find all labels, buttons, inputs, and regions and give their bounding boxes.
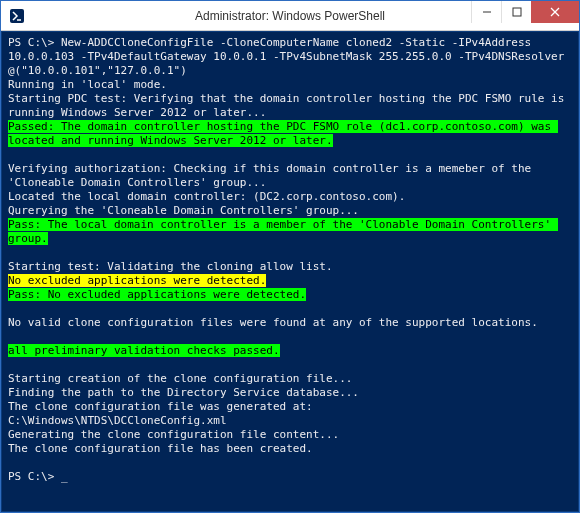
close-button[interactable] — [531, 1, 579, 23]
warn-highlight: No excluded applications were detected. — [8, 274, 266, 287]
close-icon — [550, 7, 560, 17]
svg-rect-3 — [513, 8, 521, 16]
minimize-icon — [482, 7, 492, 17]
maximize-button[interactable] — [501, 1, 531, 23]
pass-highlight: Pass: No excluded applications were dete… — [8, 288, 306, 301]
output-line: The clone configuration file was generat… — [8, 400, 572, 414]
console-area[interactable]: PS C:\> New-ADDCCloneConfigFile -CloneCo… — [1, 31, 579, 512]
titlebar[interactable]: Administrator: Windows PowerShell — [1, 1, 579, 31]
cmdlet: New-ADDCCloneConfigFile — [61, 36, 213, 49]
output-line: Verifying authorization: Checking if thi… — [8, 162, 572, 190]
output-path: C:\Windows\NTDS\DCCloneConfig.xml — [8, 414, 572, 428]
output-line: Qurerying the 'Cloneable Domain Controll… — [8, 204, 572, 218]
pass-highlight: Pass: The local domain controller is a m… — [8, 218, 558, 245]
prompt: PS C:\> — [8, 36, 54, 49]
powershell-icon — [9, 8, 25, 24]
window-title: Administrator: Windows PowerShell — [195, 9, 385, 23]
powershell-window: Administrator: Windows PowerShell PS C:\… — [0, 0, 580, 513]
output-line: Located the local domain controller: (DC… — [8, 190, 572, 204]
output-line: The clone configuration file has been cr… — [8, 442, 572, 456]
output-line: No valid clone configuration files were … — [8, 316, 572, 330]
output-line: Starting PDC test: Verifying that the do… — [8, 92, 572, 120]
maximize-icon — [512, 7, 522, 17]
pass-highlight: Passed: The domain controller hosting th… — [8, 120, 558, 147]
pass-highlight: all preliminary validation checks passed… — [8, 344, 280, 357]
output-line: Running in 'local' mode. — [8, 78, 572, 92]
output-line: Finding the path to the Directory Servic… — [8, 386, 572, 400]
output-line: Generating the clone configuration file … — [8, 428, 572, 442]
output-line: Starting test: Validating the cloning al… — [8, 260, 572, 274]
output-line: Starting creation of the clone configura… — [8, 372, 572, 386]
minimize-button[interactable] — [471, 1, 501, 23]
prompt: PS C:\> — [8, 470, 54, 483]
window-controls — [471, 1, 579, 23]
